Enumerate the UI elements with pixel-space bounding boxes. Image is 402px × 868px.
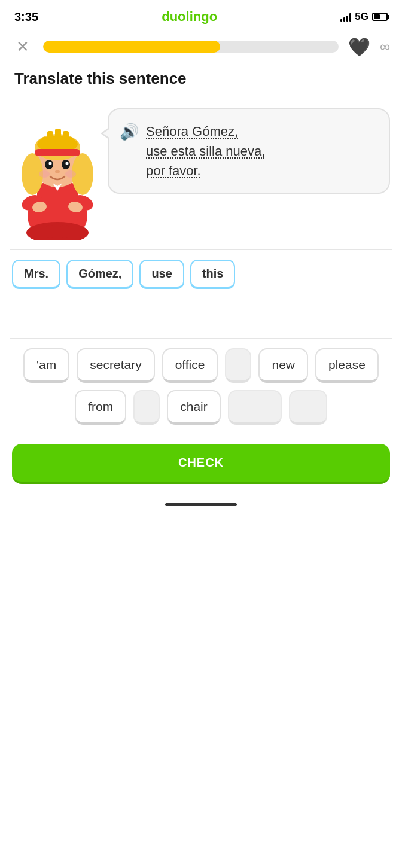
selected-word-mrs[interactable]: Mrs. <box>12 260 60 289</box>
word-chip-please[interactable]: please <box>315 348 379 383</box>
word-chip-from[interactable]: from <box>75 390 126 425</box>
progress-fill <box>43 41 220 53</box>
speech-bubble[interactable]: 🔊 Señora Gómez, use esta silla nueva, po… <box>108 108 390 194</box>
svg-point-16 <box>65 162 68 165</box>
selected-word-use[interactable]: use <box>139 260 184 289</box>
instruction-section: Translate this sentence <box>0 65 402 98</box>
selected-word-gomez[interactable]: Gómez, <box>66 260 133 289</box>
selected-words-area: Mrs. Gómez, use this <box>0 250 402 299</box>
selected-word-this[interactable]: this <box>190 260 236 289</box>
word-chip-empty-1 <box>225 348 251 383</box>
word-chip-empty-2 <box>133 390 160 425</box>
svg-point-19 <box>65 170 76 178</box>
check-button[interactable]: CHECK <box>12 444 390 484</box>
character <box>10 114 105 240</box>
home-indicator <box>0 496 402 511</box>
word-chip-office[interactable]: office <box>162 348 218 383</box>
close-icon: ✕ <box>16 39 29 54</box>
word-bank: 'am secretary office new please from cha… <box>0 339 402 430</box>
infinity-icon: ∞ <box>380 38 390 55</box>
heart-icon: 🖤 <box>348 36 370 57</box>
svg-point-17 <box>55 170 60 173</box>
svg-rect-11 <box>63 131 69 142</box>
svg-point-18 <box>39 170 50 178</box>
bubble-text: Señora Gómez, use esta silla nueva, por … <box>146 121 265 181</box>
word-chip-am[interactable]: 'am <box>23 348 69 383</box>
progress-bar <box>43 41 339 53</box>
word-chip-secretary[interactable]: secretary <box>77 348 154 383</box>
word-chip-new[interactable]: new <box>258 348 308 383</box>
svg-point-14 <box>62 160 70 169</box>
close-button[interactable]: ✕ <box>12 36 34 57</box>
battery-icon <box>372 13 388 21</box>
signal-icon <box>340 12 351 22</box>
check-button-container: CHECK <box>0 430 402 496</box>
answer-lines <box>0 299 402 338</box>
svg-point-15 <box>48 162 51 165</box>
character-svg <box>14 114 101 240</box>
status-time: 3:35 <box>14 10 38 24</box>
word-chip-empty-4 <box>289 390 327 425</box>
svg-rect-27 <box>60 225 69 238</box>
answer-line-1 <box>12 299 390 299</box>
network-label: 5G <box>355 11 368 23</box>
speech-area: 🔊 Señora Gómez, use esta silla nueva, po… <box>0 98 402 249</box>
svg-rect-10 <box>55 129 61 142</box>
svg-rect-26 <box>45 225 55 238</box>
svg-point-13 <box>45 160 53 169</box>
answer-line-2 <box>12 328 390 328</box>
svg-rect-9 <box>47 131 53 142</box>
exercise-header: ✕ 🖤 ∞ <box>0 31 402 65</box>
word-chip-empty-3 <box>228 390 282 425</box>
speaker-icon[interactable]: 🔊 <box>120 123 139 141</box>
instruction-text: Translate this sentence <box>14 69 187 87</box>
app-name: duolingo <box>162 9 217 25</box>
home-bar <box>165 503 237 506</box>
status-icons: 5G <box>340 11 388 23</box>
word-chip-chair[interactable]: chair <box>167 390 221 425</box>
status-bar: 3:35 duolingo 5G <box>0 0 402 31</box>
svg-rect-12 <box>35 149 80 156</box>
